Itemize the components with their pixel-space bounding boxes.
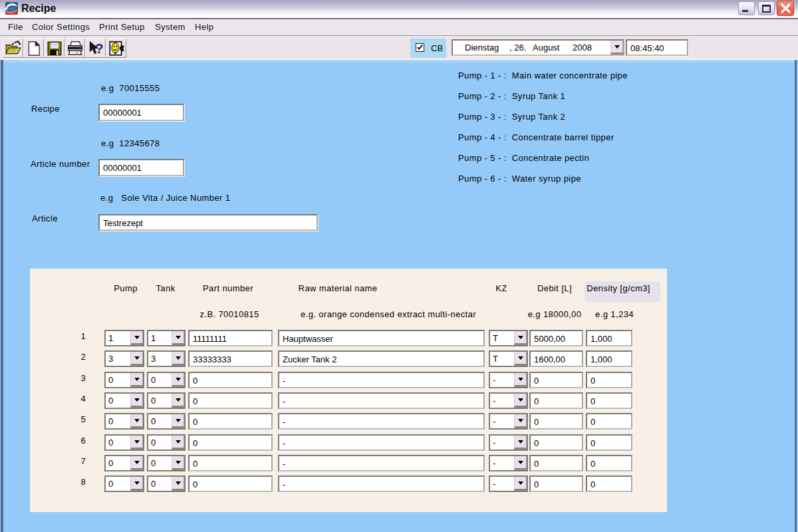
svg-text:?: ? xyxy=(95,41,104,56)
